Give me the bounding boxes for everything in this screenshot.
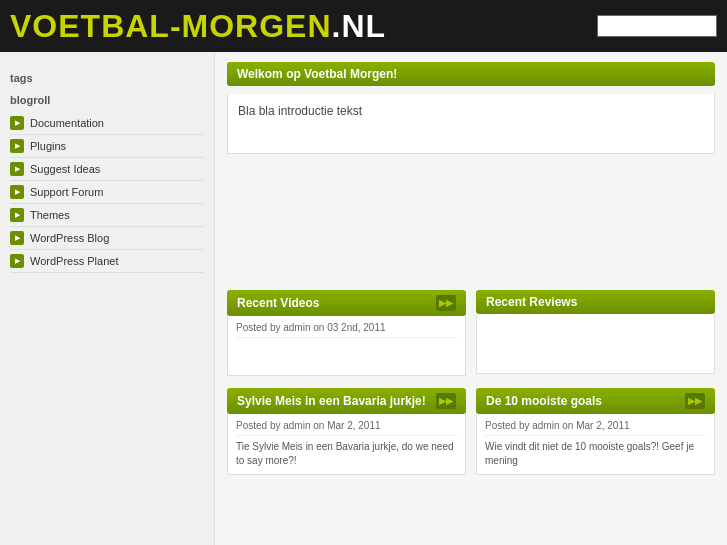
main-content: Welkom op Voetbal Morgen! Bla bla introd… [215,52,727,545]
video2-col: De 10 mooiste goals ▶▶ Posted by admin o… [476,388,715,475]
videos-reviews-row: Recent Videos ▶▶ Posted by admin on 03 2… [227,290,715,376]
sidebar-link-support-forum: Support Forum [30,186,103,198]
welcome-section: Welkom op Voetbal Morgen! Bla bla introd… [227,62,715,154]
sidebar-link-plugins: Plugins [30,140,66,152]
sidebar-item-suggest-ideas[interactable]: Suggest Ideas [10,158,204,181]
sidebar-tags-title: tags [10,72,204,84]
sidebar: tags blogroll Documentation Plugins Sugg… [0,52,215,545]
bullet-icon [10,208,24,222]
sidebar-link-suggest-ideas: Suggest Ideas [30,163,100,175]
sidebar-link-wordpress-blog: WordPress Blog [30,232,109,244]
welcome-bar: Welkom op Voetbal Morgen! [227,62,715,86]
sidebar-item-wordpress-blog[interactable]: WordPress Blog [10,227,204,250]
sidebar-link-themes: Themes [30,209,70,221]
sidebar-item-documentation[interactable]: Documentation [10,112,204,135]
bullet-icon [10,254,24,268]
video1-col: Sylvie Meis in een Bavaria jurkje! ▶▶ Po… [227,388,466,475]
video1-content: Posted by admin on Mar 2, 2011 Tie Sylvi… [227,414,466,475]
recent-videos-content: Posted by admin on 03 2nd, 2011 [227,316,466,376]
video2-excerpt: Wie vindt dit niet de 10 mooiste goals?!… [485,440,706,468]
bullet-icon [10,162,24,176]
recent-reviews-title: Recent Reviews [486,295,577,309]
sidebar-link-documentation: Documentation [30,117,104,129]
welcome-bar-title: Welkom op Voetbal Morgen! [237,67,397,81]
video1-bar: Sylvie Meis in een Bavaria jurkje! ▶▶ [227,388,466,414]
sidebar-item-wordpress-planet[interactable]: WordPress Planet [10,250,204,273]
sidebar-blogroll-title: blogroll [10,94,204,106]
bullet-icon [10,139,24,153]
site-title: VOETBAL-MORGEN.NL [10,8,386,45]
sidebar-item-themes[interactable]: Themes [10,204,204,227]
sidebar-item-plugins[interactable]: Plugins [10,135,204,158]
bottom-videos-row: Sylvie Meis in een Bavaria jurkje! ▶▶ Po… [227,388,715,475]
recent-videos-title: Recent Videos [237,296,319,310]
video2-meta: Posted by admin on Mar 2, 2011 [485,420,706,436]
video2-icon: ▶▶ [685,393,705,409]
bullet-icon [10,116,24,130]
site-title-main: VOETBAL-MORGEN [10,8,332,44]
sidebar-link-wordpress-planet: WordPress Planet [30,255,118,267]
bullet-icon [10,231,24,245]
sidebar-item-support-forum[interactable]: Support Forum [10,181,204,204]
recent-reviews-content [476,314,715,374]
video1-excerpt: Tie Sylvie Meis in een Bavaria jurkje, d… [236,440,457,468]
video-icon: ▶▶ [436,295,456,311]
video1-icon: ▶▶ [436,393,456,409]
recent-reviews-bar: Recent Reviews [476,290,715,314]
video2-title: De 10 mooiste goals [486,394,602,408]
recent-videos-bar: Recent Videos ▶▶ [227,290,466,316]
video1-meta: Posted by admin on Mar 2, 2011 [236,420,457,436]
site-title-suffix: .NL [332,8,387,44]
recent-videos-col: Recent Videos ▶▶ Posted by admin on 03 2… [227,290,466,376]
video2-content: Posted by admin on Mar 2, 2011 Wie vindt… [476,414,715,475]
welcome-text: Bla bla introductie tekst [236,100,706,122]
video2-bar: De 10 mooiste goals ▶▶ [476,388,715,414]
recent-videos-meta: Posted by admin on 03 2nd, 2011 [236,322,457,338]
bullet-icon [10,185,24,199]
recent-reviews-col: Recent Reviews [476,290,715,376]
video1-title: Sylvie Meis in een Bavaria jurkje! [237,394,426,408]
site-header: VOETBAL-MORGEN.NL [0,0,727,52]
welcome-content: Bla bla introductie tekst [227,94,715,154]
spacer [227,170,715,290]
search-input[interactable] [597,15,717,37]
